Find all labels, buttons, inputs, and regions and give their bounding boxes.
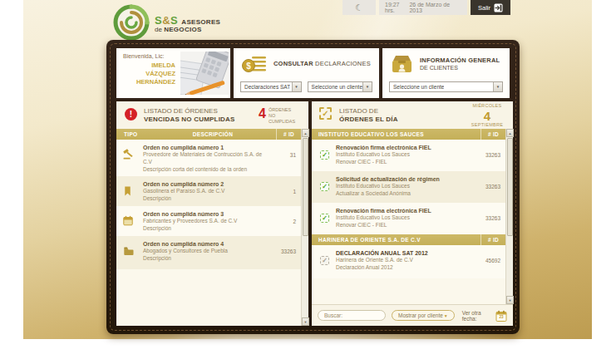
- task-text: Solicitud de actualización de régimen In…: [336, 176, 476, 198]
- cliente-select-value: Seleccione un cliente: [308, 84, 362, 90]
- main-window: Bienvenida, Lic: IMELDA VÁZQUEZ HERNÁNDE…: [106, 40, 520, 334]
- right-scrollbar[interactable]: ▲ ▼: [505, 129, 513, 304]
- scroll-down-button[interactable]: ▼: [506, 296, 514, 304]
- alert-icon: !: [125, 108, 137, 121]
- order-row[interactable]: Orden no cumplida número 1 Proveedore de…: [116, 140, 301, 176]
- scroll-thumb[interactable]: [303, 138, 308, 236]
- task-row[interactable]: ✓ DECLARACIÓN ANUAL SAT 2012 Harinera de…: [312, 245, 505, 278]
- today-panel-footer: Mostrar por cliente ▼ Ver otra fecha: 23: [312, 304, 513, 326]
- dropdown-arrow-icon[interactable]: ▼: [292, 82, 301, 91]
- column-descripcion: DESCRIPCIÓN: [150, 131, 276, 137]
- date-day: 4: [468, 110, 506, 122]
- cliente-select-consultar[interactable]: Seleccione un cliente ▼: [308, 81, 372, 92]
- order-row[interactable]: Orden no cumplida número 3 Fabricantes y…: [116, 206, 301, 236]
- info-general-subtitle: DE CLIENTES: [420, 65, 500, 71]
- task-row[interactable]: ✓ Renovación firma electrónica FIEL Inst…: [312, 203, 505, 234]
- overdue-panel-title: LISTADO DE ÓRDENES VENCIDAS NO CUMPLIDAS: [144, 107, 235, 125]
- order-id: 1: [271, 189, 299, 194]
- night-indicator: ☾: [342, 0, 376, 15]
- task-row[interactable]: ✓ Renovación firma electrónica FIEL Inst…: [312, 140, 505, 171]
- task-row[interactable]: ✓ Solicitud de actualización de régimen …: [312, 171, 505, 203]
- logout-label: Salir: [478, 4, 490, 12]
- logout-button[interactable]: Salir: [471, 0, 510, 15]
- task-id: 45692: [476, 258, 504, 263]
- search-input[interactable]: [318, 310, 386, 321]
- overdue-panel-header: ! LISTADO DE ÓRDENES VENCIDAS NO CUMPLID…: [116, 101, 308, 129]
- column-id: # ID: [480, 234, 505, 245]
- declarations-coin-icon: $: [242, 55, 267, 73]
- task-text: Renovación firma electrónica FIEL Instit…: [336, 208, 476, 229]
- cliente-select-info-value: Seleccione un cliente: [390, 84, 444, 90]
- info-general-header: INFORMACIÓN GENERAL DE CLIENTES: [382, 48, 510, 73]
- time-date-bar: 19:27 hrs. 26 de Marzo de 2013: [379, 0, 467, 15]
- cliente-select-info[interactable]: Seleccione un cliente ▼: [389, 81, 503, 92]
- checklist-icon: ✓: [319, 107, 332, 120]
- info-general-title: INFORMACIÓN GENERAL: [420, 57, 500, 64]
- task-id: 33263: [476, 215, 504, 221]
- client-group-name: INSTITUTO EDUCATIVO LOS SAUCES: [312, 131, 480, 137]
- order-text: Orden no cumplida número 1 Proveedore de…: [143, 145, 271, 173]
- logo-word-asesores: ASESORES: [181, 18, 220, 26]
- date-text: 26 de Marzo de 2013: [409, 2, 461, 13]
- order-id: 31: [271, 152, 299, 158]
- task-checkbox[interactable]: ✓: [320, 150, 329, 160]
- date-weekday: MIÉRCOLES: [468, 104, 506, 109]
- calendar-day-number: 23: [495, 315, 507, 319]
- date-month: SEPTIEMBRE: [468, 123, 506, 128]
- overdue-count-label: ÓRDENES NO CUMPLIDAS: [269, 107, 298, 125]
- moon-icon: ☾: [355, 2, 363, 13]
- column-tipo: TIPO: [116, 131, 150, 137]
- app-logo: S&S ASESORES de NEGOCIOS: [113, 4, 220, 41]
- dropdown-arrow-icon[interactable]: ▼: [362, 82, 372, 91]
- overdue-orders-panel: ! LISTADO DE ÓRDENES VENCIDAS NO CUMPLID…: [116, 101, 308, 326]
- task-id: 33263: [476, 184, 504, 189]
- order-row[interactable]: Orden no cumplida número 4 Abogados y Co…: [116, 236, 301, 269]
- declaraciones-sat-select[interactable]: Declaraciones SAT ▼: [240, 81, 302, 92]
- task-checkbox[interactable]: ✓: [320, 182, 329, 191]
- consultar-card: $ CONSULTAR DECLARACIONES Declaraciones …: [234, 48, 379, 98]
- scroll-up-button[interactable]: ▲: [302, 129, 309, 137]
- orders-table-header: TIPO DESCRIPCIÓN # ID: [116, 129, 301, 140]
- logo-swirl-icon: [113, 4, 150, 41]
- client-drawer-icon: [391, 55, 413, 73]
- calendar-picker-button[interactable]: 23: [495, 310, 507, 322]
- clock-text: 19:27 hrs.: [385, 2, 409, 13]
- today-orders-panel: ✓ LISTADO DE ÓRDENES EL DÍA MIÉRCOLES 4 …: [312, 101, 513, 326]
- task-checkbox[interactable]: ✓: [320, 214, 329, 223]
- task-text: Renovación firma electrónica FIEL Instit…: [336, 145, 476, 166]
- folder-icon: [123, 241, 143, 259]
- logo-word-negocios: de NEGOCIOS: [155, 27, 220, 33]
- client-group-header: HARINERA DE ORIENTE S.A. DE C.V # ID: [312, 234, 505, 245]
- today-orders-list: ✓ Renovación firma electrónica FIEL Inst…: [312, 140, 505, 304]
- info-general-selects: Seleccione un cliente ▼: [389, 81, 503, 92]
- scroll-thumb[interactable]: [507, 138, 513, 236]
- task-checkbox-disabled[interactable]: ✓: [320, 256, 329, 265]
- consultar-title: CONSULTAR DECLARACIONES: [274, 60, 371, 67]
- bookmark-icon: [123, 181, 143, 199]
- svg-text:$: $: [246, 61, 251, 71]
- order-text: Orden no cumplida número 4 Abogados y Co…: [143, 241, 271, 263]
- scroll-up-button[interactable]: ▲: [506, 129, 514, 137]
- order-id: 33263: [271, 248, 299, 254]
- dropdown-arrow-icon[interactable]: ▼: [493, 82, 502, 91]
- order-text: Orden no cumplida número 3 Fabricantes y…: [143, 211, 271, 233]
- overdue-count: 4 ÓRDENES NO CUMPLIDAS: [259, 107, 298, 125]
- consultar-selects: Declaraciones SAT ▼ Seleccione un client…: [240, 81, 372, 92]
- today-date: MIÉRCOLES 4 SEPTIEMBRE: [468, 104, 506, 127]
- column-id: # ID: [276, 129, 301, 140]
- today-panel-header: ✓ LISTADO DE ÓRDENES EL DÍA MIÉRCOLES 4 …: [312, 101, 513, 129]
- scroll-down-button[interactable]: ▼: [302, 317, 309, 326]
- calculator-image: [180, 52, 229, 95]
- left-scrollbar[interactable]: ▲ ▼: [301, 129, 308, 326]
- client-group-name: HARINERA DE ORIENTE S.A. DE C.V: [312, 237, 480, 243]
- order-text: Orden no cumplida número 2 Gasolinera el…: [143, 181, 271, 203]
- page: ☾ 19:27 hrs. 26 de Marzo de 2013 Salir S…: [0, 0, 616, 364]
- order-row[interactable]: Orden no cumplida número 2 Gasolinera el…: [116, 176, 301, 206]
- order-id: 2: [271, 219, 299, 224]
- task-text: DECLARACIÓN ANUAL SAT 2012 Harinera de O…: [336, 250, 476, 272]
- other-date-label: Ver otra fecha:: [462, 310, 490, 322]
- welcome-text: Bienvenida, Lic: IMELDA VÁZQUEZ HERNÁNDE…: [116, 48, 180, 98]
- filter-value: Mostrar por cliente: [398, 312, 443, 318]
- filter-by-client-dropdown[interactable]: Mostrar por cliente ▼: [392, 310, 455, 321]
- logo-brand: S&S ASESORES: [155, 15, 220, 26]
